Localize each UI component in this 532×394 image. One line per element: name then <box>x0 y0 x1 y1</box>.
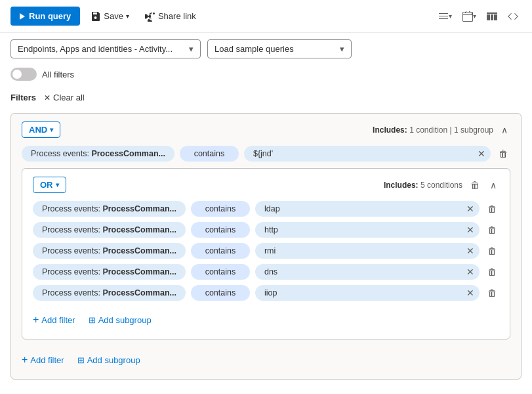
sample-query-selector[interactable]: Load sample queries ▾ <box>207 39 352 58</box>
or-operator-chip-0[interactable]: contains <box>191 201 250 217</box>
or-collapse-button[interactable]: ∧ <box>487 179 499 192</box>
or-operator-chip-1[interactable]: contains <box>191 222 250 238</box>
or-clear-value-button-3[interactable]: ✕ <box>466 267 474 276</box>
clear-all-button[interactable]: ✕ Clear all <box>41 91 87 104</box>
or-delete-button[interactable]: 🗑 <box>468 177 482 193</box>
or-delete-row-button-4[interactable]: 🗑 <box>485 285 499 301</box>
save-label: Save <box>104 11 123 21</box>
table-icon <box>487 11 497 22</box>
list-view-button[interactable]: ▾ <box>435 8 455 25</box>
and-action-row: + Add filter ⊞ Add subgroup <box>22 346 510 368</box>
or-operator-chip-3[interactable]: contains <box>191 264 250 280</box>
or-field-value-3: ProcessComman... <box>102 267 176 276</box>
calendar-button[interactable]: ▾ <box>459 8 480 25</box>
code-button[interactable] <box>504 8 522 25</box>
save-button[interactable]: Save ▾ <box>85 7 134 26</box>
and-operator-chip[interactable]: contains <box>180 146 239 162</box>
toolbar: Run query Save ▾ Share link ▾ ▾ <box>0 0 532 33</box>
calendar-icon <box>462 11 473 22</box>
and-group-header-right: Includes: 1 condition | 1 subgroup ∧ <box>373 123 510 137</box>
and-add-filter-plus-icon: + <box>22 354 28 366</box>
query-selector-chevron: ▾ <box>189 44 194 54</box>
and-add-subgroup-button[interactable]: ⊞ Add subgroup <box>77 353 140 368</box>
or-includes-text: Includes: 5 conditions <box>384 181 462 190</box>
or-operator-chip-2[interactable]: contains <box>191 243 250 259</box>
or-condition-row-0: Process events: ProcessComman... contain… <box>33 201 499 217</box>
or-add-filter-plus-icon: + <box>33 314 39 326</box>
or-clear-value-button-2[interactable]: ✕ <box>466 246 474 255</box>
or-value-wrap-0: ✕ <box>255 201 480 217</box>
and-add-subgroup-label: Add subgroup <box>87 355 140 365</box>
or-delete-row-button-1[interactable]: 🗑 <box>485 222 499 238</box>
all-filters-label: All filters <box>42 70 74 79</box>
or-group-header: OR ▾ Includes: 5 conditions 🗑 ∧ <box>33 177 499 193</box>
or-field-prefix-3: Process events: <box>42 267 102 276</box>
toggle-row: All filters <box>0 65 532 87</box>
or-operator-chip-label-1: contains <box>205 225 236 234</box>
and-group-header-left: AND ▾ <box>22 121 60 138</box>
or-field-prefix-1: Process events: <box>42 225 102 234</box>
sample-query-chevron: ▾ <box>340 44 344 54</box>
table-button[interactable] <box>483 8 501 25</box>
and-value-input[interactable] <box>244 146 491 162</box>
or-value-input-2[interactable] <box>255 243 480 259</box>
or-condition-row-4: Process events: ProcessComman... contain… <box>33 285 499 301</box>
run-query-button[interactable]: Run query <box>10 7 80 26</box>
or-operator-chip-label-2: contains <box>205 246 236 255</box>
or-value-input-0[interactable] <box>255 201 480 217</box>
or-add-subgroup-button[interactable]: ⊞ Add subgroup <box>89 313 152 328</box>
or-clear-value-button-4[interactable]: ✕ <box>466 288 474 297</box>
or-add-subgroup-label: Add subgroup <box>98 315 152 325</box>
or-operator-chip-label-0: contains <box>205 204 236 213</box>
and-condition-row: Process events: ProcessComman... contain… <box>22 146 510 162</box>
and-operator-label: AND <box>29 125 47 135</box>
or-field-value-4: ProcessComman... <box>102 288 176 297</box>
or-delete-row-button-3[interactable]: 🗑 <box>485 264 499 280</box>
and-add-filter-button[interactable]: + Add filter <box>22 351 64 368</box>
or-operator-chip-4[interactable]: contains <box>191 285 250 301</box>
or-operator-button[interactable]: OR ▾ <box>33 177 66 193</box>
or-field-value-2: ProcessComman... <box>102 246 176 255</box>
query-selector[interactable]: Endpoints, Apps and identities - Activit… <box>10 39 201 58</box>
or-field-chip-2[interactable]: Process events: ProcessComman... <box>33 243 186 259</box>
save-chevron-icon: ▾ <box>126 12 129 20</box>
or-field-chip-1[interactable]: Process events: ProcessComman... <box>33 222 186 238</box>
or-condition-row-1: Process events: ProcessComman... contain… <box>33 222 499 238</box>
or-operator-chip-label-4: contains <box>205 288 236 297</box>
and-value-wrap: ✕ <box>244 146 491 162</box>
or-subgroup-icon: ⊞ <box>89 315 96 325</box>
or-value-wrap-1: ✕ <box>255 222 480 238</box>
and-includes-label: Includes: <box>373 125 407 135</box>
and-field-chip[interactable]: Process events: ProcessComman... <box>22 146 174 162</box>
and-group-header: AND ▾ Includes: 1 condition | 1 subgroup… <box>22 121 510 138</box>
or-operator-chip-label-3: contains <box>205 267 236 276</box>
and-condition-count: 1 condition | 1 subgroup <box>409 125 493 135</box>
code-icon <box>508 11 518 22</box>
and-clear-value-button[interactable]: ✕ <box>478 149 485 158</box>
list-icon <box>438 11 449 22</box>
all-filters-toggle[interactable] <box>10 68 37 81</box>
or-clear-value-button-0[interactable]: ✕ <box>466 204 474 213</box>
or-field-chip-0[interactable]: Process events: ProcessComman... <box>33 201 186 217</box>
or-field-chip-3[interactable]: Process events: ProcessComman... <box>33 264 186 280</box>
and-delete-button[interactable]: 🗑 <box>496 146 510 162</box>
or-group-header-left: OR ▾ <box>33 177 66 193</box>
and-operator-button[interactable]: AND ▾ <box>22 121 60 138</box>
or-condition-row-3: Process events: ProcessComman... contain… <box>33 264 499 280</box>
or-field-value-0: ProcessComman... <box>102 204 176 213</box>
or-value-wrap-3: ✕ <box>255 264 480 280</box>
save-icon <box>91 11 101 22</box>
or-delete-row-button-2[interactable]: 🗑 <box>485 243 499 259</box>
or-clear-value-button-1[interactable]: ✕ <box>466 225 474 234</box>
or-value-input-4[interactable] <box>255 285 480 301</box>
and-includes-text: Includes: 1 condition | 1 subgroup <box>373 125 493 135</box>
or-value-input-3[interactable] <box>255 264 480 280</box>
or-add-filter-button[interactable]: + Add filter <box>33 311 75 328</box>
and-collapse-button[interactable]: ∧ <box>499 123 510 137</box>
or-delete-row-button-0[interactable]: 🗑 <box>485 201 499 217</box>
share-link-button[interactable]: Share link <box>140 7 201 26</box>
or-value-input-1[interactable] <box>255 222 480 238</box>
clear-x-icon: ✕ <box>44 93 51 102</box>
selectors-row: Endpoints, Apps and identities - Activit… <box>0 33 532 65</box>
or-field-chip-4[interactable]: Process events: ProcessComman... <box>33 285 186 301</box>
